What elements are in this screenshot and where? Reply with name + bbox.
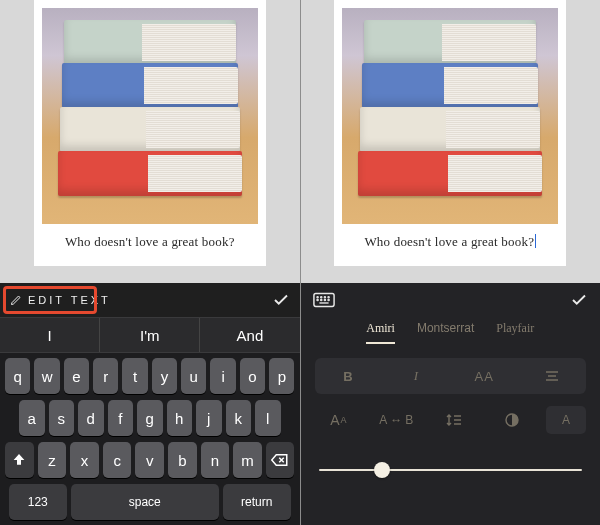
key-l[interactable]: l bbox=[255, 400, 281, 436]
slider-thumb[interactable] bbox=[374, 462, 390, 478]
key-j[interactable]: j bbox=[196, 400, 222, 436]
key-a[interactable]: a bbox=[19, 400, 45, 436]
size-slider[interactable] bbox=[319, 458, 583, 482]
key-space[interactable]: space bbox=[71, 484, 219, 520]
key-o[interactable]: o bbox=[240, 358, 265, 394]
keyboard: q w e r t y u i o p a s d f g h bbox=[0, 353, 300, 525]
confirm-button[interactable] bbox=[570, 291, 588, 309]
key-s[interactable]: s bbox=[49, 400, 75, 436]
svg-rect-9 bbox=[319, 302, 328, 303]
key-h[interactable]: h bbox=[167, 400, 193, 436]
tracking-button[interactable]: A↔B bbox=[372, 406, 420, 434]
align-toggle[interactable] bbox=[518, 358, 586, 394]
check-icon bbox=[570, 291, 588, 309]
kb-row-3: z x c v b n m bbox=[5, 442, 295, 478]
key-n[interactable]: n bbox=[201, 442, 230, 478]
books-image bbox=[342, 8, 558, 224]
key-backspace[interactable] bbox=[266, 442, 295, 478]
key-v[interactable]: v bbox=[135, 442, 164, 478]
svg-point-6 bbox=[320, 299, 321, 300]
key-u[interactable]: u bbox=[181, 358, 206, 394]
suggestion[interactable]: And bbox=[200, 318, 299, 352]
text-style-panel: Amiri Montserrat Playfair B I AA AA A↔B bbox=[301, 283, 601, 525]
color-button[interactable] bbox=[488, 406, 536, 434]
story-frame: Who doesn't love a great book? bbox=[334, 0, 566, 266]
right-canvas: Who doesn't love a great book? bbox=[301, 0, 601, 283]
key-m[interactable]: m bbox=[233, 442, 262, 478]
key-b[interactable]: b bbox=[168, 442, 197, 478]
edit-text-button[interactable]: EDIT TEXT bbox=[10, 294, 111, 306]
suggestions-row: I I'm And bbox=[0, 317, 300, 353]
left-pane: Who doesn't love a great book? EDIT TEXT… bbox=[0, 0, 300, 525]
key-return[interactable]: return bbox=[223, 484, 291, 520]
kb-row-2: a s d f g h j k l bbox=[5, 400, 295, 436]
key-c[interactable]: c bbox=[103, 442, 132, 478]
svg-point-2 bbox=[320, 297, 321, 298]
svg-point-1 bbox=[317, 297, 318, 298]
key-z[interactable]: z bbox=[38, 442, 67, 478]
key-numbers[interactable]: 123 bbox=[9, 484, 67, 520]
key-g[interactable]: g bbox=[137, 400, 163, 436]
right-pane: Who doesn't love a great book? bbox=[301, 0, 601, 525]
key-x[interactable]: x bbox=[70, 442, 99, 478]
suggestion[interactable]: I bbox=[0, 318, 100, 352]
key-p[interactable]: p bbox=[269, 358, 294, 394]
key-y[interactable]: y bbox=[152, 358, 177, 394]
key-w[interactable]: w bbox=[34, 358, 59, 394]
key-k[interactable]: k bbox=[226, 400, 252, 436]
show-keyboard-button[interactable] bbox=[313, 292, 335, 308]
backspace-icon bbox=[271, 453, 289, 467]
svg-point-5 bbox=[317, 299, 318, 300]
books-image bbox=[42, 8, 258, 224]
key-f[interactable]: f bbox=[108, 400, 134, 436]
style-segments: B I AA bbox=[315, 358, 587, 394]
leading-button[interactable] bbox=[430, 406, 478, 434]
key-t[interactable]: t bbox=[122, 358, 147, 394]
keyboard-panel: EDIT TEXT I I'm And q w e r t y bbox=[0, 283, 300, 525]
shift-icon bbox=[11, 452, 27, 468]
text-tools: AA A↔B A bbox=[315, 406, 587, 434]
font-tab-amiri[interactable]: Amiri bbox=[366, 321, 395, 344]
check-icon bbox=[272, 291, 290, 309]
font-tabs: Amiri Montserrat Playfair bbox=[301, 317, 601, 352]
keyboard-icon bbox=[313, 292, 335, 308]
kb-row-4: 123 space return bbox=[5, 484, 295, 520]
contrast-icon bbox=[505, 413, 519, 427]
text-caret bbox=[535, 234, 536, 248]
bold-toggle[interactable]: B bbox=[315, 358, 383, 394]
key-e[interactable]: e bbox=[64, 358, 89, 394]
svg-point-4 bbox=[328, 297, 329, 298]
highlight-button[interactable]: A bbox=[546, 406, 586, 434]
key-i[interactable]: i bbox=[210, 358, 235, 394]
key-shift[interactable] bbox=[5, 442, 34, 478]
leading-icon bbox=[446, 413, 462, 427]
kb-row-1: q w e r t y u i o p bbox=[5, 358, 295, 394]
key-d[interactable]: d bbox=[78, 400, 104, 436]
svg-point-7 bbox=[324, 299, 325, 300]
suggestion[interactable]: I'm bbox=[100, 318, 200, 352]
key-r[interactable]: r bbox=[93, 358, 118, 394]
svg-point-3 bbox=[324, 297, 325, 298]
italic-toggle[interactable]: I bbox=[382, 358, 450, 394]
svg-point-8 bbox=[328, 299, 329, 300]
key-q[interactable]: q bbox=[5, 358, 30, 394]
edit-text-label: EDIT TEXT bbox=[28, 294, 111, 306]
align-icon bbox=[544, 370, 560, 382]
slider-track bbox=[319, 469, 583, 471]
text-size-button[interactable]: AA bbox=[315, 406, 363, 434]
story-frame: Who doesn't love a great book? bbox=[34, 0, 266, 266]
font-tab-montserrat[interactable]: Montserrat bbox=[417, 321, 474, 344]
caption-text[interactable]: Who doesn't love a great book? bbox=[65, 234, 235, 250]
pencil-icon bbox=[10, 294, 22, 306]
confirm-button[interactable] bbox=[272, 291, 290, 309]
left-canvas: Who doesn't love a great book? bbox=[0, 0, 300, 283]
font-tab-playfair[interactable]: Playfair bbox=[496, 321, 534, 344]
caption-text[interactable]: Who doesn't love a great book? bbox=[364, 234, 536, 250]
caps-toggle[interactable]: AA bbox=[450, 358, 518, 394]
